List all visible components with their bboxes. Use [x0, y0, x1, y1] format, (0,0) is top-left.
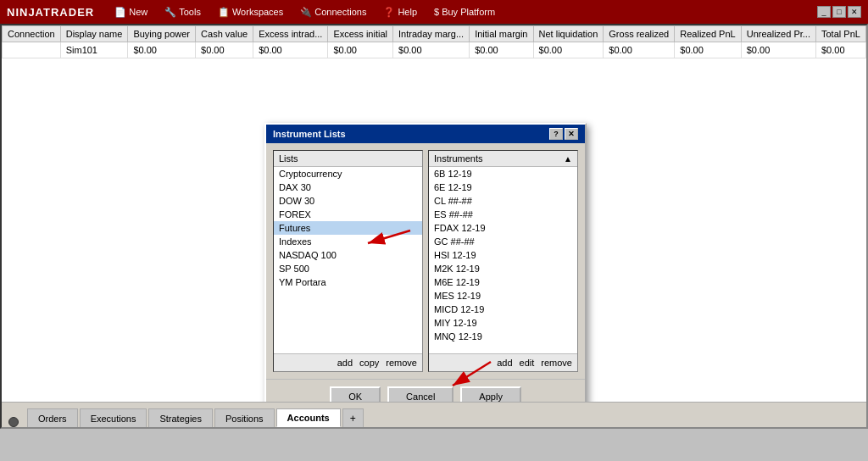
- list-item[interactable]: 6B 12-19: [429, 167, 577, 181]
- tab-bar: Orders Executions Strategies Positions A…: [2, 402, 866, 427]
- dialog-help-button[interactable]: ?: [549, 128, 563, 140]
- tab-positions[interactable]: Positions: [214, 408, 275, 427]
- dialog-panels: Lists CryptocurrencyDAX 30DOW 30FOREXFut…: [273, 150, 578, 372]
- instruments-header-label: Instruments: [434, 153, 482, 164]
- dollar-icon: $: [434, 7, 439, 17]
- instruments-panel-footer: add edit remove: [429, 353, 577, 371]
- title-bar: NINJATRADER 📄 New 🔧 Tools 📋 Workspaces 🔌…: [0, 0, 868, 24]
- menu-tools[interactable]: 🔧 Tools: [158, 5, 208, 19]
- list-item[interactable]: MNQ 12-19: [429, 330, 577, 343]
- list-item[interactable]: SP 500: [274, 262, 422, 275]
- lists-remove-button[interactable]: remove: [386, 358, 417, 368]
- list-item[interactable]: FDAX 12-19: [429, 221, 577, 235]
- status-indicator: [8, 417, 19, 427]
- list-item[interactable]: CL ##-##: [429, 194, 577, 208]
- accounts-table: Connection Display name Buying power Cas…: [2, 25, 866, 58]
- dialog-close-button[interactable]: ✕: [565, 128, 578, 140]
- menu-buy-platform[interactable]: $ Buy Platform: [427, 5, 502, 19]
- dialog-title: Instrument Lists: [273, 129, 346, 139]
- new-icon: 📄: [114, 7, 126, 18]
- cell-total-pnl: $0.00: [816, 42, 866, 58]
- tab-add-button[interactable]: +: [342, 408, 364, 427]
- list-item[interactable]: MICD 12-19: [429, 303, 577, 316]
- list-item[interactable]: NASDAQ 100: [274, 248, 422, 262]
- instruments-add-button[interactable]: add: [497, 358, 512, 368]
- col-gross-realized: Gross realized: [604, 26, 675, 42]
- maximize-button[interactable]: □: [832, 6, 846, 18]
- col-buying-power: Buying power: [128, 26, 196, 42]
- lists-panel: Lists CryptocurrencyDAX 30DOW 30FOREXFut…: [273, 150, 423, 372]
- minimize-button[interactable]: _: [817, 6, 831, 18]
- lists-add-button[interactable]: add: [337, 358, 353, 368]
- cell-gross-realized: $0.00: [604, 42, 675, 58]
- menu-workspaces[interactable]: 📋 Workspaces: [211, 5, 290, 19]
- list-item[interactable]: YM Portara: [274, 275, 422, 289]
- list-item[interactable]: MES 12-19: [429, 289, 577, 303]
- instruments-panel-header: Instruments ▲: [429, 151, 577, 167]
- col-excess-initial: Excess initial: [328, 26, 393, 42]
- list-item[interactable]: GC ##-##: [429, 235, 577, 248]
- cell-display-name: Sim101: [60, 42, 128, 58]
- list-item[interactable]: DOW 30: [274, 194, 422, 208]
- list-item[interactable]: Cryptocurrency: [274, 167, 422, 181]
- cell-intraday-marg: $0.00: [393, 42, 470, 58]
- menu-bar: 📄 New 🔧 Tools 📋 Workspaces 🔌 Connections…: [108, 5, 502, 19]
- list-item[interactable]: DAX 30: [274, 181, 422, 194]
- tools-icon: 🔧: [164, 7, 176, 18]
- col-intraday-marg: Intraday marg...: [393, 26, 470, 42]
- menu-new[interactable]: 📄 New: [108, 5, 154, 19]
- col-total-pnl: Total PnL: [816, 26, 866, 42]
- col-connection: Connection: [3, 26, 61, 42]
- menu-help[interactable]: ❓ Help: [376, 5, 424, 19]
- cell-connection: [3, 42, 61, 58]
- list-item[interactable]: HSI 12-19: [429, 248, 577, 262]
- dialog-body: Lists CryptocurrencyDAX 30DOW 30FOREXFut…: [266, 143, 585, 379]
- instruments-panel-list[interactable]: 6B 12-196E 12-19CL ##-##ES ##-##FDAX 12-…: [429, 167, 577, 353]
- lists-copy-button[interactable]: copy: [359, 358, 379, 368]
- col-excess-intrad: Excess intrad...: [253, 26, 328, 42]
- close-button[interactable]: ✕: [848, 6, 861, 18]
- list-item[interactable]: M6E 12-19: [429, 275, 577, 289]
- list-item[interactable]: Indexes: [274, 235, 422, 248]
- col-net-liquidation: Net liquidation: [533, 26, 604, 42]
- main-area: Connection Display name Buying power Cas…: [0, 24, 868, 429]
- tab-executions[interactable]: Executions: [80, 408, 147, 427]
- instruments-panel: Instruments ▲ 6B 12-196E 12-19CL ##-##ES…: [428, 150, 578, 372]
- tab-orders[interactable]: Orders: [27, 408, 78, 427]
- col-display-name: Display name: [60, 26, 128, 42]
- col-initial-margin: Initial margin: [470, 26, 533, 42]
- col-cash-value: Cash value: [196, 26, 253, 42]
- list-item[interactable]: ES ##-##: [429, 208, 577, 221]
- dialog-title-bar: Instrument Lists ? ✕: [266, 125, 585, 143]
- instrument-lists-dialog: Instrument Lists ? ✕ Lists Cryptocurrenc…: [264, 123, 587, 415]
- help-icon: ❓: [383, 7, 395, 18]
- tab-strategies[interactable]: Strategies: [148, 408, 213, 427]
- lists-panel-footer: add copy remove: [274, 353, 422, 371]
- cell-excess-intrad: $0.00: [253, 42, 328, 58]
- list-item[interactable]: Futures: [274, 221, 422, 235]
- cell-buying-power: $0.00: [128, 42, 196, 58]
- cell-unrealized-pr: $0.00: [741, 42, 815, 58]
- tab-accounts[interactable]: Accounts: [276, 408, 341, 427]
- list-item[interactable]: 6E 12-19: [429, 181, 577, 194]
- cell-excess-initial: $0.00: [328, 42, 393, 58]
- cell-realized-pnl: $0.00: [675, 42, 741, 58]
- list-item[interactable]: M2K 12-19: [429, 262, 577, 275]
- instruments-remove-button[interactable]: remove: [541, 358, 572, 368]
- dialog-title-controls: ? ✕: [549, 128, 578, 140]
- workspaces-icon: 📋: [218, 7, 230, 18]
- lists-panel-header: Lists: [274, 151, 422, 167]
- lists-header-label: Lists: [279, 153, 298, 164]
- col-unrealized-pr: Unrealized Pr...: [741, 26, 815, 42]
- connections-icon: 🔌: [300, 7, 312, 18]
- lists-panel-list[interactable]: CryptocurrencyDAX 30DOW 30FOREXFuturesIn…: [274, 167, 422, 353]
- list-item[interactable]: MIY 12-19: [429, 316, 577, 330]
- list-item[interactable]: FOREX: [274, 208, 422, 221]
- instruments-edit-button[interactable]: edit: [520, 358, 535, 368]
- window-controls: _ □ ✕: [817, 6, 861, 18]
- cell-initial-margin: $0.00: [470, 42, 533, 58]
- col-realized-pnl: Realized PnL: [675, 26, 741, 42]
- menu-connections[interactable]: 🔌 Connections: [293, 5, 373, 19]
- app-logo: NINJATRADER: [7, 6, 94, 19]
- instruments-scroll-button[interactable]: ▲: [564, 154, 572, 164]
